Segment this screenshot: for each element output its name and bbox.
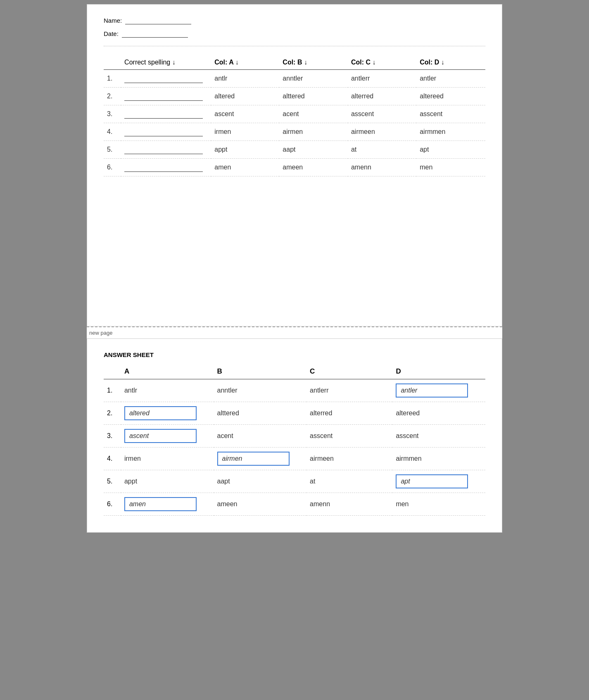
- col-c-cell: asscent: [348, 105, 416, 123]
- answer-b-cell: aapt: [214, 470, 307, 493]
- col-a-cell: amen: [211, 159, 279, 176]
- answer-row-num: 4.: [104, 448, 121, 470]
- col-d-cell: antler: [416, 70, 485, 88]
- answer-a-cell: irmen: [121, 448, 214, 470]
- answer-c-cell: antlerr: [306, 379, 392, 402]
- correct-spelling-input[interactable]: [121, 70, 211, 88]
- answer-a-cell: antlr: [121, 379, 214, 402]
- row-num: 3.: [104, 105, 121, 123]
- name-label: Name:: [104, 17, 122, 24]
- col-c-cell: amenn: [348, 159, 416, 176]
- worksheet-table: Correct spelling ↓ Col: A ↓ Col: B ↓ Col…: [104, 56, 485, 176]
- col-b-header: Col: B ↓: [279, 56, 348, 70]
- page-break-label: new page: [87, 326, 502, 338]
- table-row: 2. altered alttered alterred altereed: [104, 88, 485, 105]
- col-b-cell: ameen: [279, 159, 348, 176]
- worksheet-page: Name: Date: Correct spelling ↓ Col: A ↓ …: [87, 4, 502, 326]
- answer-table: A B C D 1. antlr anntler antlerr antler …: [104, 365, 485, 516]
- table-row: 6. amen ameen amenn men: [104, 159, 485, 176]
- answer-table-row: 3. ascent acent asscent asscent: [104, 425, 485, 448]
- col-a-cell: irmen: [211, 123, 279, 141]
- correct-spelling-header: Correct spelling ↓: [121, 56, 211, 70]
- correct-spelling-input[interactable]: [121, 105, 211, 123]
- answer-row-num: 2.: [104, 402, 121, 425]
- row-num: 5.: [104, 141, 121, 159]
- answer-b-cell: ameen: [214, 493, 307, 516]
- col-c-cell: at: [348, 141, 416, 159]
- answer-col-b-header: B: [214, 365, 307, 379]
- answer-a-cell-highlighted: ascent: [121, 425, 214, 448]
- row-num: 2.: [104, 88, 121, 105]
- date-field[interactable]: [122, 30, 188, 38]
- col-d-cell: apt: [416, 141, 485, 159]
- correct-spelling-input[interactable]: [121, 123, 211, 141]
- date-line: Date:: [104, 30, 485, 38]
- col-d-cell: men: [416, 159, 485, 176]
- answer-table-row: 5. appt aapt at apt: [104, 470, 485, 493]
- answer-a-cell-highlighted: amen: [121, 493, 214, 516]
- col-b-cell: anntler: [279, 70, 348, 88]
- answer-c-cell: alterred: [306, 402, 392, 425]
- answer-num-col-header: [104, 365, 121, 379]
- answer-row-num: 1.: [104, 379, 121, 402]
- answer-d-cell: airmmen: [392, 448, 485, 470]
- correct-spelling-input[interactable]: [121, 159, 211, 176]
- new-page-text: new page: [89, 330, 112, 336]
- col-b-cell: alttered: [279, 88, 348, 105]
- answer-d-cell-highlighted: apt: [392, 470, 485, 493]
- correct-spelling-input[interactable]: [121, 141, 211, 159]
- answer-table-row: 1. antlr anntler antlerr antler: [104, 379, 485, 402]
- answer-col-c-header: C: [306, 365, 392, 379]
- col-a-header: Col: A ↓: [211, 56, 279, 70]
- col-a-cell: appt: [211, 141, 279, 159]
- table-row: 4. irmen airmen airmeen airmmen: [104, 123, 485, 141]
- col-b-cell: aapt: [279, 141, 348, 159]
- col-c-header: Col: C ↓: [348, 56, 416, 70]
- correct-spelling-input[interactable]: [121, 88, 211, 105]
- col-d-cell: asscent: [416, 105, 485, 123]
- answer-table-row: 6. amen ameen amenn men: [104, 493, 485, 516]
- answer-d-cell: asscent: [392, 425, 485, 448]
- answer-d-cell-highlighted: antler: [392, 379, 485, 402]
- col-c-cell: alterred: [348, 88, 416, 105]
- answer-a-cell-highlighted: altered: [121, 402, 214, 425]
- table-row: 3. ascent acent asscent asscent: [104, 105, 485, 123]
- answer-c-cell: amenn: [306, 493, 392, 516]
- answer-c-cell: asscent: [306, 425, 392, 448]
- col-b-cell: acent: [279, 105, 348, 123]
- answer-d-cell: men: [392, 493, 485, 516]
- col-a-cell: altered: [211, 88, 279, 105]
- date-label: Date:: [104, 30, 119, 37]
- answer-table-row: 4. irmen airmen airmeen airmmen: [104, 448, 485, 470]
- answer-d-cell: altereed: [392, 402, 485, 425]
- answer-table-row: 2. altered alttered alterred altereed: [104, 402, 485, 425]
- table-row: 1. antlr anntler antlerr antler: [104, 70, 485, 88]
- answer-c-cell: airmeen: [306, 448, 392, 470]
- row-num: 1.: [104, 70, 121, 88]
- row-num: 6.: [104, 159, 121, 176]
- answer-b-cell: anntler: [214, 379, 307, 402]
- col-d-header: Col: D ↓: [416, 56, 485, 70]
- col-c-cell: airmeen: [348, 123, 416, 141]
- answer-col-d-header: D: [392, 365, 485, 379]
- col-b-cell: airmen: [279, 123, 348, 141]
- answer-row-num: 5.: [104, 470, 121, 493]
- answer-b-cell-highlighted: airmen: [214, 448, 307, 470]
- answer-col-a-header: A: [121, 365, 214, 379]
- name-date-section: Name: Date:: [104, 17, 485, 38]
- answer-sheet-title: ANSWER SHEET: [104, 351, 485, 358]
- col-d-cell: airmmen: [416, 123, 485, 141]
- col-c-cell: antlerr: [348, 70, 416, 88]
- answer-row-num: 6.: [104, 493, 121, 516]
- answer-b-cell: acent: [214, 425, 307, 448]
- top-divider: [104, 46, 485, 46]
- num-header: [104, 56, 121, 70]
- name-line: Name:: [104, 17, 485, 24]
- answer-b-cell: alttered: [214, 402, 307, 425]
- answer-c-cell: at: [306, 470, 392, 493]
- name-field[interactable]: [125, 17, 191, 24]
- col-a-cell: ascent: [211, 105, 279, 123]
- table-row: 5. appt aapt at apt: [104, 141, 485, 159]
- answer-a-cell: appt: [121, 470, 214, 493]
- col-d-cell: altereed: [416, 88, 485, 105]
